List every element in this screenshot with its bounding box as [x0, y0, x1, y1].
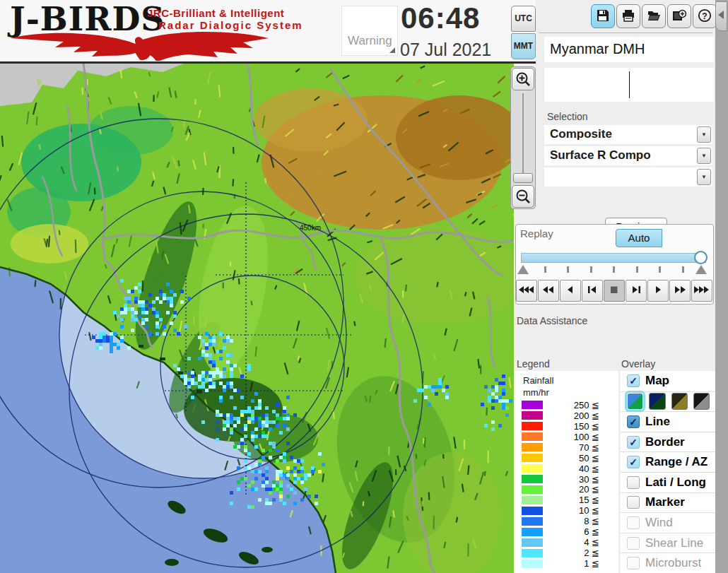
- range-start-marker[interactable]: [517, 265, 529, 274]
- legend-row: 50 ≦: [517, 453, 614, 463]
- dropdown-product[interactable]: Surface R Compo ▼: [544, 146, 712, 165]
- checkbox-lati-long[interactable]: [627, 476, 640, 489]
- legend-row: 15 ≦: [517, 495, 614, 505]
- toolbar: ?: [591, 4, 717, 28]
- play-reverse-icon: [562, 285, 579, 296]
- legend-row: 30 ≦: [517, 474, 614, 485]
- open-icon: [647, 8, 661, 25]
- zoom-out-button[interactable]: [512, 185, 534, 208]
- legend-color-swatch: [522, 454, 543, 462]
- help-icon: ?: [698, 8, 712, 25]
- play-button[interactable]: [647, 280, 669, 302]
- clock-time: 06:48: [401, 1, 480, 35]
- rewind-icon: [540, 285, 557, 296]
- chevron-down-icon[interactable]: ▼: [697, 169, 711, 185]
- print-icon: [621, 8, 635, 25]
- legend-row: 1 ≦: [517, 558, 614, 569]
- replay-label: Replay: [520, 228, 553, 240]
- map-style-row: [621, 391, 715, 412]
- chevron-down-icon[interactable]: ▼: [697, 126, 711, 143]
- zoom-slider-track[interactable]: [522, 93, 524, 181]
- zoom-in-button[interactable]: [512, 68, 534, 90]
- legend-value: 30 ≦: [543, 474, 599, 485]
- legend-value: 50 ≦: [543, 453, 599, 463]
- warning-button[interactable]: Warning: [341, 6, 398, 56]
- checkbox-microburst[interactable]: [627, 557, 640, 569]
- legend-color-swatch: [522, 507, 543, 515]
- legend-color-swatch: [522, 549, 543, 557]
- dropdown-category[interactable]: Composite ▼: [544, 125, 712, 144]
- overlay-item-label: Map: [645, 374, 669, 388]
- data-assistance-label: Data Assistance: [517, 315, 587, 326]
- map-style-option-2[interactable]: [649, 393, 665, 410]
- rewind-fast-button[interactable]: [516, 280, 537, 302]
- checkbox-range-az[interactable]: ✓: [627, 456, 640, 468]
- legend-value: 8 ≦: [543, 516, 599, 526]
- legend-value: 1 ≦: [543, 558, 599, 569]
- magnifier-minus-icon: [515, 189, 531, 204]
- replay-slider-handle[interactable]: [694, 251, 708, 264]
- overlay-row-marker: Marker: [621, 492, 715, 513]
- play-reverse-button[interactable]: [560, 280, 581, 302]
- map-style-option-3[interactable]: [671, 393, 688, 410]
- legend-value: 100 ≦: [543, 432, 599, 442]
- map-style-option-1[interactable]: [627, 393, 643, 410]
- chevron-down-icon[interactable]: ▼: [697, 148, 711, 164]
- map-style-option-4[interactable]: [693, 393, 710, 410]
- auto-mode-button[interactable]: Auto: [616, 229, 662, 247]
- replay-progress-bar[interactable]: [521, 253, 706, 263]
- checkbox-map[interactable]: ✓: [627, 374, 640, 387]
- legend-row: 250 ≦: [517, 400, 614, 410]
- legend-row: 100 ≦: [517, 432, 614, 442]
- checkbox-border[interactable]: ✓: [627, 436, 640, 449]
- legend-color-swatch: [522, 401, 543, 409]
- overlay-row-map: ✓Map: [621, 371, 715, 391]
- legend-row: 40 ≦: [517, 463, 614, 474]
- forward-button[interactable]: [669, 280, 691, 302]
- overlay-row-microburst: Microburst: [621, 553, 715, 573]
- timezone-mmt-button[interactable]: MMT: [511, 33, 536, 59]
- range-end-marker[interactable]: [695, 265, 707, 274]
- skip-forward-button[interactable]: [626, 280, 647, 302]
- logo-tagline-1: JRC-Brilliant & Intelligent: [147, 7, 284, 19]
- forward-fast-button[interactable]: [691, 280, 712, 302]
- slider-tick: [544, 266, 546, 273]
- legend-value: 150 ≦: [543, 421, 599, 432]
- open-button[interactable]: [642, 4, 666, 28]
- add-view-icon: [672, 8, 686, 25]
- selection-label: Selection: [547, 111, 588, 122]
- checkbox-wind[interactable]: [627, 516, 640, 529]
- save-button[interactable]: [591, 4, 615, 28]
- print-button[interactable]: [616, 4, 640, 28]
- legend-color-swatch: [522, 528, 543, 536]
- panel-collapse-strip[interactable]: [715, 0, 728, 573]
- toolbar-divider: [539, 33, 712, 33]
- add-view-button[interactable]: [667, 4, 691, 28]
- timezone-utc-button[interactable]: UTC: [511, 6, 536, 32]
- skip-back-button[interactable]: [582, 280, 603, 302]
- legend-row: 20 ≦: [517, 485, 614, 495]
- rewind-button[interactable]: [538, 280, 559, 302]
- overlay-panel: ✓Map✓Line✓Border✓Range / AZLati / LongMa…: [621, 371, 715, 573]
- dropdown-category-value: Composite: [544, 125, 697, 144]
- overlay-item-label: Microburst: [645, 556, 701, 570]
- legend-color-swatch: [522, 475, 543, 483]
- legend-color-swatch: [522, 422, 543, 430]
- checkbox-marker[interactable]: [627, 496, 640, 509]
- overlay-row-wind: Wind: [621, 512, 715, 533]
- legend-row: 70 ≦: [517, 442, 614, 453]
- play-icon: [650, 285, 667, 296]
- help-button[interactable]: ?: [693, 4, 717, 28]
- site-name-field: Myanmar DMH: [544, 37, 714, 62]
- checkbox-shear-line[interactable]: [627, 537, 640, 550]
- radar-map[interactable]: 450km: [0, 64, 514, 573]
- stop-icon: [606, 285, 623, 296]
- checkbox-line[interactable]: ✓: [627, 415, 640, 428]
- legend-value: 200 ≦: [543, 410, 599, 421]
- dropdown-option[interactable]: ▼: [544, 167, 712, 187]
- legend-value: 10 ≦: [543, 505, 599, 516]
- overlay-item-label: Marker: [645, 495, 685, 509]
- overlay-row-range-az: ✓Range / AZ: [621, 451, 715, 472]
- stop-button[interactable]: [604, 280, 625, 302]
- zoom-slider-handle[interactable]: [513, 173, 533, 183]
